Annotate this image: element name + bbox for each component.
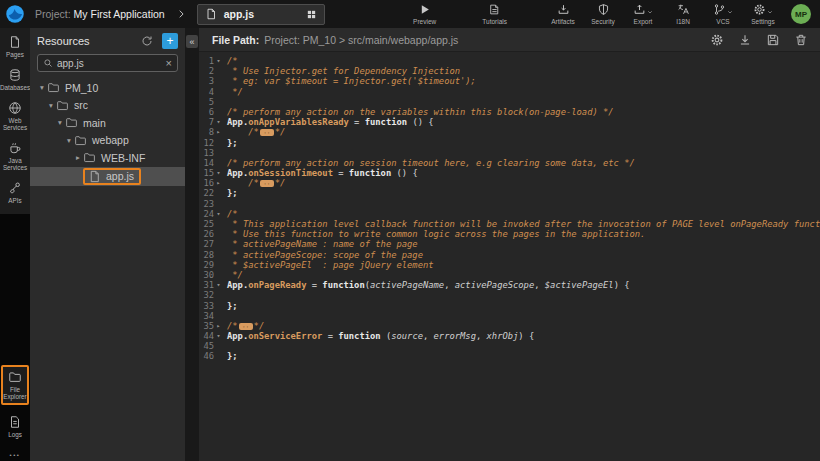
caret-icon[interactable]: ▾ xyxy=(55,118,65,127)
tree-node-app.js[interactable]: app.js xyxy=(30,167,185,186)
collapse-panel-button[interactable]: « xyxy=(186,35,198,48)
download-button[interactable] xyxy=(738,33,752,47)
code-line-content[interactable]: App.onAppVariablesReady = function () { xyxy=(223,117,434,127)
code-line[interactable]: 23 xyxy=(199,199,820,209)
caret-icon[interactable]: ▾ xyxy=(46,101,56,110)
tree-node-PM_10[interactable]: ▾PM_10 xyxy=(30,79,185,97)
fold-toggle[interactable]: ▾ xyxy=(214,56,223,66)
tree-node-src[interactable]: ▾src xyxy=(30,97,185,115)
code-line-content[interactable]: }; xyxy=(223,138,238,148)
caret-icon[interactable]: ▾ xyxy=(37,83,47,92)
code-line[interactable]: 22}; xyxy=(199,188,820,198)
settings-button[interactable] xyxy=(710,33,724,47)
search-input[interactable] xyxy=(57,58,166,69)
code-line[interactable]: 31▾App.onPageReady = function(activePage… xyxy=(199,280,820,290)
code-line-content[interactable]: * activePageScope: scope of the page xyxy=(223,250,423,260)
preview-button[interactable]: Preview xyxy=(405,3,445,25)
code-line[interactable]: 32 xyxy=(199,290,820,300)
code-line-content[interactable]: * eg: var $timeout = Injector.get('$time… xyxy=(223,76,476,86)
sidebar-item-logs[interactable]: Logs xyxy=(0,415,30,438)
code-line-content[interactable] xyxy=(223,311,227,321)
folded-code-placeholder[interactable]: ·· xyxy=(260,129,274,136)
caret-icon[interactable]: ▾ xyxy=(64,136,74,145)
code-line[interactable]: 16▸ /*··*/ xyxy=(199,178,820,188)
code-line[interactable]: 45 xyxy=(199,341,820,351)
code-line-content[interactable]: * $activePageEl : page jQuery element xyxy=(223,260,434,270)
fold-toggle[interactable]: ▸ xyxy=(214,178,223,188)
app-logo[interactable] xyxy=(4,3,26,25)
code-line[interactable]: 6/* perform any action on the variables … xyxy=(199,107,820,117)
fold-toggle[interactable]: ▾ xyxy=(214,331,223,341)
code-line-content[interactable]: App.onPageReady = function(activePageNam… xyxy=(223,280,630,290)
tutorials-button[interactable]: Tutorials xyxy=(475,3,515,25)
code-line[interactable]: 3 * eg: var $timeout = Injector.get('$ti… xyxy=(199,76,820,86)
code-line[interactable]: 34 xyxy=(199,311,820,321)
code-line[interactable]: 12}; xyxy=(199,138,820,148)
code-line[interactable]: 13 xyxy=(199,148,820,158)
add-resource-button[interactable]: + xyxy=(162,33,178,49)
sidebar-item-web-services[interactable]: Web Services xyxy=(0,101,30,131)
sidebar-item-file-explorer[interactable]: File Explorer xyxy=(1,365,29,405)
code-line-content[interactable]: * This application level callback functi… xyxy=(223,219,820,229)
caret-icon[interactable]: ▸ xyxy=(73,153,83,162)
code-line-content[interactable]: }; xyxy=(223,301,238,311)
code-line[interactable]: 2 * Use Injector.get for Dependency Inje… xyxy=(199,66,820,76)
code-line-content[interactable] xyxy=(223,341,227,351)
code-area[interactable]: 1▾/*2 * Use Injector.get for Dependency … xyxy=(199,52,820,461)
code-line-content[interactable]: */ xyxy=(223,87,243,97)
fold-toggle[interactable]: ▸ xyxy=(214,321,223,331)
code-line-content[interactable]: /* perform any action on session timeout… xyxy=(223,158,635,168)
code-line-content[interactable]: /*··*/ xyxy=(223,178,285,188)
settings-button[interactable]: Settings xyxy=(743,3,783,25)
fold-toggle[interactable]: ▾ xyxy=(214,168,223,178)
artifacts-button[interactable]: Artifacts xyxy=(543,3,583,25)
security-button[interactable]: Security xyxy=(583,3,623,25)
code-line[interactable]: 46}; xyxy=(199,351,820,361)
code-line[interactable]: 1▾/* xyxy=(199,56,820,66)
refresh-button[interactable] xyxy=(141,35,153,47)
code-line-content[interactable]: App.onServiceError = function (source, e… xyxy=(223,331,534,341)
folded-code-placeholder[interactable]: ·· xyxy=(260,180,274,187)
code-line[interactable]: 15▾App.onSessionTimeout = function () { xyxy=(199,168,820,178)
folded-code-placeholder[interactable]: ·· xyxy=(239,323,253,330)
code-line[interactable]: 24▾/* xyxy=(199,209,820,219)
clear-search-icon[interactable]: × xyxy=(166,58,172,69)
more-options-button[interactable]: ••• xyxy=(0,452,30,458)
code-line[interactable]: 25 * This application level callback fun… xyxy=(199,219,820,229)
tree-node-webapp[interactable]: ▾webapp xyxy=(30,132,185,150)
code-line-content[interactable]: /*··*/ xyxy=(223,127,285,137)
fold-toggle[interactable]: ▾ xyxy=(214,209,223,219)
code-line[interactable]: 5 xyxy=(199,97,820,107)
sidebar-item-java-services[interactable]: Java Services xyxy=(0,141,30,171)
save-button[interactable] xyxy=(766,33,780,47)
code-line[interactable]: 35▸/*··*/ xyxy=(199,321,820,331)
vcs-button[interactable]: VCS xyxy=(703,3,743,25)
avatar[interactable]: MP xyxy=(791,4,811,24)
sidebar-item-apis[interactable]: APIs xyxy=(0,181,30,204)
open-file-tab[interactable]: app.js xyxy=(197,4,325,25)
code-line-content[interactable]: App.onSessionTimeout = function () { xyxy=(223,168,418,178)
fold-toggle[interactable]: ▾ xyxy=(214,117,223,127)
code-line[interactable]: 27 * activePageName : name of the page xyxy=(199,239,820,249)
tree-node-WEB-INF[interactable]: ▸WEB-INF xyxy=(30,149,185,167)
fold-toggle[interactable]: ▾ xyxy=(214,280,223,290)
code-line-content[interactable]: /* xyxy=(223,209,238,219)
code-line-content[interactable]: * Use this function to write common logi… xyxy=(223,229,645,239)
code-line[interactable]: 4 */ xyxy=(199,87,820,97)
code-line[interactable]: 7▾App.onAppVariablesReady = function () … xyxy=(199,117,820,127)
code-line[interactable]: 14/* perform any action on session timeo… xyxy=(199,158,820,168)
code-line-content[interactable] xyxy=(223,290,227,300)
delete-button[interactable] xyxy=(794,33,808,47)
code-line-content[interactable] xyxy=(223,199,227,209)
code-line-content[interactable] xyxy=(223,97,227,107)
code-line[interactable]: 30 */ xyxy=(199,270,820,280)
code-line-content[interactable]: /* xyxy=(223,56,238,66)
code-line-content[interactable] xyxy=(223,148,227,158)
code-line-content[interactable]: }; xyxy=(223,188,238,198)
code-line-content[interactable]: /* perform any action on the variables w… xyxy=(223,107,614,117)
grid-icon[interactable] xyxy=(306,9,317,20)
code-line-content[interactable]: /*··*/ xyxy=(223,321,264,331)
sidebar-item-databases[interactable]: Databases xyxy=(0,68,30,91)
code-line[interactable]: 26 * Use this function to write common l… xyxy=(199,229,820,239)
code-line[interactable]: 8▸ /*··*/ xyxy=(199,127,820,137)
